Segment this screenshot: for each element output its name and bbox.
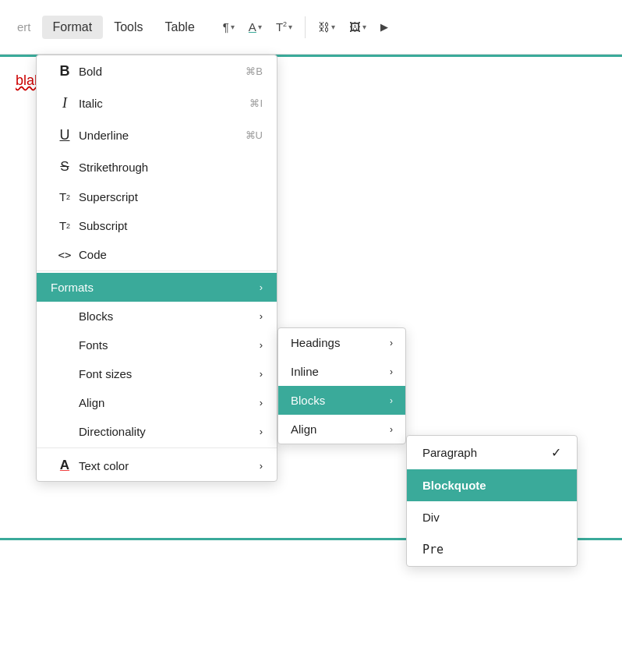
italic-shortcut: ⌘I	[249, 97, 263, 109]
inline-arrow-icon: ›	[390, 366, 393, 377]
menu-format[interactable]: Format	[42, 16, 104, 39]
bold-label: Bold	[79, 65, 246, 78]
italic-icon: I	[51, 95, 79, 111]
align-submenu-label: Align	[291, 423, 390, 436]
text-color-item[interactable]: A Text color ›	[37, 450, 277, 481]
paragraph-dropdown-btn[interactable]: ¶ ▾	[218, 17, 239, 37]
superscript-icon: T2	[276, 20, 287, 34]
headings-label: Headings	[291, 336, 390, 349]
blocks-format-arrow-icon: ›	[260, 310, 263, 322]
text-color-label: Text color	[79, 459, 260, 472]
underline-color-icon: A	[249, 20, 256, 34]
blocks-format-label: Blocks	[51, 309, 260, 323]
format-divider-1	[37, 271, 277, 271]
superscript-item[interactable]: T2 Superscript	[37, 182, 277, 211]
bold-item[interactable]: B Bold ⌘B	[37, 55, 277, 87]
headings-item[interactable]: Headings ›	[278, 328, 405, 357]
formats-item[interactable]: Formats ›	[37, 273, 277, 302]
underline-color-btn[interactable]: A ▾	[244, 17, 267, 37]
menu-insert[interactable]: ert	[6, 16, 42, 38]
image-chevron-icon: ▾	[362, 23, 366, 31]
paragraph-icon: ¶	[223, 20, 229, 34]
fonts-label: Fonts	[51, 338, 260, 352]
directionality-item[interactable]: Directionality ›	[37, 417, 277, 446]
fonts-item[interactable]: Fonts ›	[37, 331, 277, 359]
inline-item[interactable]: Inline ›	[278, 357, 405, 386]
blocks-submenu-label: Blocks	[291, 394, 390, 407]
blocks-format-item[interactable]: Blocks ›	[37, 302, 277, 331]
underline-icon: U	[51, 127, 79, 143]
blocks-submenu-arrow-icon: ›	[390, 395, 393, 406]
directionality-arrow-icon: ›	[260, 426, 263, 437]
text-color-icon: A	[51, 458, 79, 473]
code-item[interactable]: <> Code	[37, 240, 277, 269]
subscript-label: Subscript	[79, 219, 263, 232]
align-label: Align	[51, 396, 260, 409]
media-btn[interactable]: ▶︎	[376, 18, 393, 36]
formats-label: Formats	[51, 281, 260, 294]
align-submenu-item[interactable]: Align ›	[278, 415, 405, 444]
div-label: Div	[422, 511, 561, 524]
div-item[interactable]: Div	[407, 501, 577, 533]
headings-arrow-icon: ›	[390, 338, 393, 348]
underline-chevron-icon: ▾	[258, 23, 262, 31]
paragraph-check-icon: ✓	[551, 445, 561, 460]
inline-label: Inline	[291, 365, 390, 378]
directionality-label: Directionality	[51, 425, 260, 438]
menu-table[interactable]: Table	[154, 16, 206, 39]
toolbar-separator	[305, 16, 306, 38]
underline-label: Underline	[79, 129, 246, 142]
underline-item[interactable]: U Underline ⌘U	[37, 119, 277, 151]
subscript-item[interactable]: T2 Subscript	[37, 211, 277, 240]
bold-shortcut: ⌘B	[246, 65, 263, 77]
paragraph-chevron-icon: ▾	[231, 23, 235, 31]
pre-item[interactable]: Pre	[407, 533, 577, 566]
superscript-chevron-icon: ▾	[288, 23, 292, 31]
blockquote-label: Blockquote	[422, 479, 561, 492]
media-icon: ▶︎	[380, 21, 388, 33]
font-sizes-arrow-icon: ›	[260, 368, 263, 380]
menu-tools[interactable]: Tools	[103, 16, 154, 39]
format-dropdown: B Bold ⌘B I Italic ⌘I U Underline ⌘U S S…	[36, 55, 277, 482]
superscript-btn[interactable]: T2 ▾	[271, 17, 297, 37]
link-btn[interactable]: ⛓ ▾	[313, 17, 340, 37]
align-submenu-arrow-icon: ›	[390, 424, 393, 435]
code-label: Code	[79, 248, 263, 261]
paragraph-item[interactable]: Paragraph ✓	[407, 436, 577, 469]
superscript-format-icon: T2	[51, 190, 79, 203]
align-item[interactable]: Align ›	[37, 388, 277, 417]
formats-arrow-icon: ›	[260, 281, 263, 293]
blocks-submenu-item[interactable]: Blocks ›	[278, 386, 405, 415]
italic-item[interactable]: I Italic ⌘I	[37, 87, 277, 119]
superscript-label: Superscript	[79, 190, 263, 203]
link-icon: ⛓	[318, 20, 330, 34]
blockquote-item[interactable]: Blockquote	[407, 469, 577, 501]
strikethrough-icon: S	[51, 159, 79, 175]
toolbar: ert Format Tools Table ¶ ▾ A ▾ T2 ▾ ⛓ ▾ …	[0, 0, 622, 55]
font-sizes-item[interactable]: Font sizes ›	[37, 359, 277, 388]
underline-shortcut: ⌘U	[246, 129, 263, 141]
subscript-format-icon: T2	[51, 219, 79, 232]
bold-icon: B	[51, 63, 79, 80]
image-icon: 🖼	[349, 20, 361, 34]
pre-label: Pre	[422, 543, 561, 557]
link-chevron-icon: ▾	[331, 23, 335, 31]
strikethrough-label: Strikethrough	[79, 161, 263, 174]
code-icon: <>	[51, 249, 79, 261]
text-color-arrow-icon: ›	[260, 460, 263, 472]
strikethrough-item[interactable]: S Strikethrough	[37, 151, 277, 182]
font-sizes-label: Font sizes	[51, 367, 260, 380]
toolbar-icons: ¶ ▾ A ▾ T2 ▾ ⛓ ▾ 🖼 ▾ ▶︎	[218, 16, 393, 38]
align-arrow-icon: ›	[260, 397, 263, 409]
format-divider-2	[37, 447, 277, 448]
paragraph-label: Paragraph	[422, 446, 551, 459]
italic-label: Italic	[79, 97, 249, 110]
fonts-arrow-icon: ›	[260, 339, 263, 351]
blocks-submenu: Paragraph ✓ Blockquote Div Pre	[406, 435, 578, 567]
menu-bar: ert Format Tools Table	[6, 16, 206, 39]
image-btn[interactable]: 🖼 ▾	[345, 17, 371, 37]
formats-submenu: Headings › Inline › Blocks › Align ›	[277, 327, 406, 444]
